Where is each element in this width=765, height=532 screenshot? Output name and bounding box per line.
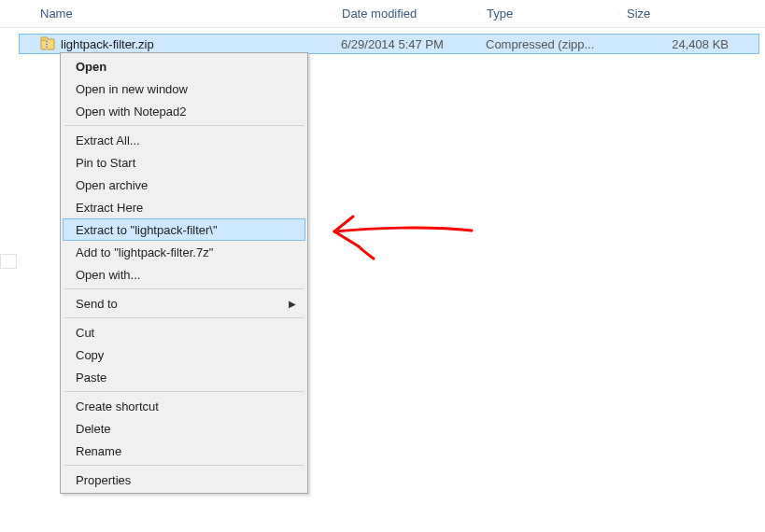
zip-file-icon	[40, 36, 55, 51]
menu-item-extract-here[interactable]: Extract Here	[63, 196, 305, 218]
svg-rect-5	[46, 47, 48, 48]
svg-rect-3	[46, 41, 48, 42]
menu-item-create-shortcut[interactable]: Create shortcut	[63, 395, 305, 417]
menu-item-send-to[interactable]: Send to ▶	[63, 292, 305, 315]
menu-item-copy[interactable]: Copy	[63, 343, 305, 366]
menu-item-label: Open archive	[76, 178, 296, 192]
file-name-text: lightpack-filter.zip	[61, 37, 154, 51]
file-list: lightpack-filter.zip 6/29/2014 5:47 PM C…	[0, 28, 765, 54]
chevron-right-icon: ▶	[289, 299, 296, 309]
menu-item-label: Create shortcut	[76, 399, 296, 413]
context-menu: Open Open in new window Open with Notepa…	[60, 52, 308, 494]
menu-item-label: Open with Notepad2	[76, 105, 296, 119]
menu-item-label: Send to	[76, 297, 289, 311]
column-header-row: Name Date modified Type Size	[0, 0, 765, 28]
menu-item-label: Delete	[76, 422, 296, 436]
column-header-type-label: Type	[487, 7, 513, 21]
column-header-size[interactable]: Size	[619, 7, 765, 21]
menu-separator	[64, 465, 304, 466]
menu-item-label: Extract Here	[76, 201, 296, 215]
menu-item-rename[interactable]: Rename	[63, 440, 305, 462]
column-header-date[interactable]: Date modified	[334, 7, 479, 21]
column-header-size-label: Size	[627, 7, 650, 21]
menu-item-label: Open with...	[76, 268, 296, 282]
annotation-arrow-icon	[318, 207, 486, 263]
file-date-cell: 6/29/2014 5:47 PM	[333, 37, 478, 51]
menu-item-label: Properties	[76, 473, 296, 487]
menu-item-cut[interactable]: Cut	[63, 321, 305, 343]
menu-item-open-new-window[interactable]: Open in new window	[63, 77, 305, 100]
menu-item-label: Open in new window	[76, 82, 296, 96]
menu-item-label: Open	[76, 60, 296, 74]
menu-item-extract-to-folder[interactable]: Extract to "lightpack-filter\"	[63, 218, 305, 241]
menu-item-label: Rename	[76, 444, 296, 458]
menu-item-add-to-7z[interactable]: Add to "lightpack-filter.7z"	[63, 241, 305, 263]
file-row[interactable]: lightpack-filter.zip 6/29/2014 5:47 PM C…	[19, 34, 759, 54]
menu-item-label: Paste	[76, 371, 296, 385]
svg-rect-4	[46, 44, 48, 45]
menu-separator	[64, 391, 304, 392]
file-size-cell: 24,408 KB	[618, 37, 758, 51]
menu-item-label: Extract All...	[76, 133, 296, 147]
menu-separator	[64, 125, 304, 126]
menu-item-open-notepad2[interactable]: Open with Notepad2	[63, 100, 305, 122]
column-header-name[interactable]: Name	[0, 7, 334, 21]
column-header-type[interactable]: Type	[479, 7, 619, 21]
menu-item-label: Cut	[76, 326, 296, 340]
menu-separator	[64, 317, 304, 318]
column-header-name-label: Name	[40, 7, 73, 21]
menu-item-label: Copy	[76, 348, 296, 362]
stray-panel	[0, 254, 17, 269]
menu-item-delete[interactable]: Delete	[63, 417, 305, 440]
menu-item-paste[interactable]: Paste	[63, 366, 305, 388]
menu-item-open-archive[interactable]: Open archive	[63, 174, 305, 196]
menu-item-open[interactable]: Open	[63, 55, 305, 77]
menu-item-label: Extract to "lightpack-filter\"	[76, 223, 296, 237]
menu-item-extract-all[interactable]: Extract All...	[63, 129, 305, 151]
column-header-date-label: Date modified	[342, 7, 417, 21]
menu-item-label: Pin to Start	[76, 156, 296, 170]
menu-item-pin-to-start[interactable]: Pin to Start	[63, 151, 305, 174]
menu-item-properties[interactable]: Properties	[63, 469, 305, 491]
menu-item-label: Add to "lightpack-filter.7z"	[76, 245, 296, 259]
file-name-cell: lightpack-filter.zip	[20, 36, 333, 51]
menu-item-open-with[interactable]: Open with...	[63, 263, 305, 286]
menu-separator	[64, 288, 304, 289]
file-type-cell: Compressed (zipp...	[478, 37, 618, 51]
